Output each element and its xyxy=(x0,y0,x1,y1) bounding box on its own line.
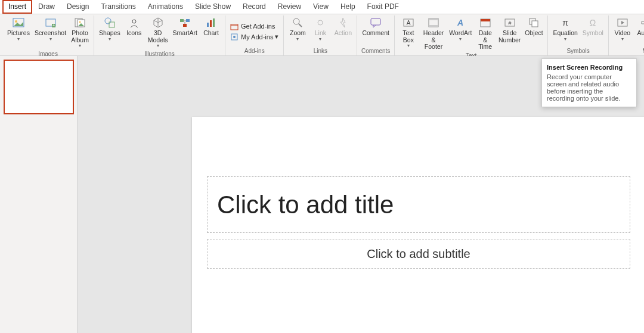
my-addins-button[interactable]: My Add-ins ▾ xyxy=(228,32,281,42)
link-button: Link ▾ xyxy=(309,15,332,43)
title-placeholder[interactable]: Click to add title xyxy=(207,176,630,233)
svg-rect-16 xyxy=(213,18,215,27)
group-images: Pictures ▾ + Screenshot ▾ Photo Album ▾ … xyxy=(2,15,94,55)
tab-review[interactable]: Review xyxy=(272,0,307,14)
screen-recording-tooltip: Insert Screen Recording Record your comp… xyxy=(541,58,637,107)
chevron-down-icon: ▾ xyxy=(49,37,52,42)
chevron-down-icon: ▾ xyxy=(319,37,321,42)
slide-thumbnails-panel xyxy=(0,56,78,333)
svg-text:A: A xyxy=(457,18,463,27)
label: Header & Footer xyxy=(422,30,445,51)
svg-text:#: # xyxy=(508,20,511,26)
label: Action xyxy=(335,30,352,37)
photo-album-icon xyxy=(74,17,86,29)
svg-point-10 xyxy=(132,20,136,23)
label: Link xyxy=(315,30,326,37)
svg-rect-13 xyxy=(183,24,187,27)
svg-point-19 xyxy=(233,36,236,38)
video-button[interactable]: Video ▾ xyxy=(611,15,634,43)
symbol-button: Ω Symbol xyxy=(580,15,606,38)
group-links: Zoom ▾ Link ▾ Action Links xyxy=(284,15,357,55)
number-icon: # xyxy=(504,17,516,29)
equation-icon: π xyxy=(559,17,571,29)
screenshot-button[interactable]: + Screenshot ▾ xyxy=(32,15,69,43)
screenshot-icon: + xyxy=(45,17,57,29)
tab-record[interactable]: Record xyxy=(237,0,272,14)
photo-album-button[interactable]: Photo Album ▾ xyxy=(69,15,91,50)
chevron-down-icon: ▾ xyxy=(109,37,111,42)
svg-text:Ω: Ω xyxy=(590,18,596,27)
wordart-icon: A xyxy=(454,17,466,29)
tooltip-body: Record your computer screen and related … xyxy=(547,73,631,102)
chevron-down-icon: ▾ xyxy=(407,43,410,49)
group-label: Links xyxy=(314,47,327,55)
chevron-down-icon: ▾ xyxy=(296,37,299,42)
chevron-down-icon: ▾ xyxy=(621,37,624,42)
group-label: Comments xyxy=(361,47,390,55)
icons-icon xyxy=(128,17,140,29)
label: Slide Number xyxy=(499,30,521,43)
zoom-button[interactable]: Zoom ▾ xyxy=(286,15,309,43)
slide-canvas[interactable]: Click to add title Click to add subtitle xyxy=(192,117,644,333)
audio-icon xyxy=(639,17,644,29)
tab-help[interactable]: Help xyxy=(335,0,361,14)
symbol-icon: Ω xyxy=(587,17,599,29)
calendar-icon xyxy=(479,17,491,29)
comment-icon xyxy=(370,17,382,29)
svg-text:A: A xyxy=(407,20,411,26)
group-comments: Comment Comments xyxy=(357,15,395,55)
chevron-down-icon: ▾ xyxy=(17,37,20,42)
3d-models-button[interactable]: 3D Models ▾ xyxy=(145,15,171,50)
label: Text Box xyxy=(402,30,414,43)
comment-button[interactable]: Comment xyxy=(360,15,392,38)
tab-design[interactable]: Design xyxy=(61,0,95,14)
svg-rect-14 xyxy=(207,23,209,27)
svg-rect-21 xyxy=(371,18,380,25)
label: Date & Time xyxy=(476,30,494,51)
smartart-button[interactable]: SmartArt xyxy=(171,15,200,38)
label: Object xyxy=(525,30,543,37)
video-icon xyxy=(617,17,628,29)
label: My Add-ins xyxy=(241,33,273,41)
tab-slideshow[interactable]: Slide Show xyxy=(189,0,237,14)
tab-insert[interactable]: Insert xyxy=(2,0,32,14)
chevron-down-icon: ▾ xyxy=(459,37,462,42)
svg-rect-11 xyxy=(180,19,184,22)
slide-number-button[interactable]: # Slide Number xyxy=(497,15,522,45)
tab-transitions[interactable]: Transitions xyxy=(95,0,141,14)
audio-button[interactable]: Audio ▾ xyxy=(634,15,644,43)
ribbon-tabs: Insert Draw Design Transitions Animation… xyxy=(0,0,644,14)
label: Get Add-ins xyxy=(241,23,275,30)
tab-foxit[interactable]: Foxit PDF xyxy=(361,0,405,14)
label: Zoom xyxy=(290,30,306,37)
zoom-icon xyxy=(292,17,304,29)
header-footer-button[interactable]: Header & Footer xyxy=(420,15,447,52)
icons-button[interactable]: Icons xyxy=(123,15,145,38)
chevron-down-icon: ▾ xyxy=(157,43,159,49)
tab-draw[interactable]: Draw xyxy=(32,0,61,14)
object-icon xyxy=(528,17,540,29)
subtitle-placeholder[interactable]: Click to add subtitle xyxy=(207,239,630,269)
svg-point-20 xyxy=(293,18,299,24)
cube-icon xyxy=(152,17,164,29)
label: Chart xyxy=(203,30,219,37)
equation-button[interactable]: π Equation ▾ xyxy=(550,15,580,43)
group-symbols: π Equation ▾ Ω Symbol Symbols xyxy=(548,15,608,55)
label: WordArt xyxy=(449,30,472,37)
get-addins-button[interactable]: Get Add-ins xyxy=(228,21,277,32)
chart-button[interactable]: Chart xyxy=(200,15,222,38)
pictures-button[interactable]: Pictures ▾ xyxy=(5,15,32,43)
text-box-button[interactable]: A Text Box ▾ xyxy=(397,15,420,50)
tooltip-title: Insert Screen Recording xyxy=(547,64,631,71)
date-time-button[interactable]: Date & Time xyxy=(473,15,496,52)
tab-animations[interactable]: Animations xyxy=(142,0,189,14)
object-button[interactable]: Object xyxy=(522,15,545,38)
wordart-button[interactable]: A WordArt ▾ xyxy=(447,15,473,43)
tab-view[interactable]: View xyxy=(307,0,335,14)
svg-rect-17 xyxy=(231,24,238,30)
slide-thumbnail-1[interactable] xyxy=(4,60,74,114)
label: Audio xyxy=(637,30,644,37)
svg-text:π: π xyxy=(562,18,568,27)
link-icon xyxy=(314,17,326,29)
shapes-button[interactable]: Shapes ▾ xyxy=(97,15,123,43)
